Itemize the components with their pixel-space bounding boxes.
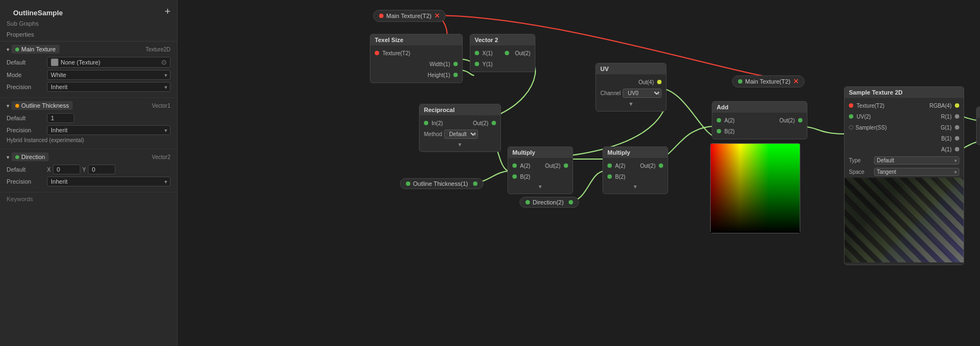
add-out-port[interactable] (798, 118, 802, 122)
uv-body: Out(4) Channel UV0 ▾ ▾ (596, 74, 666, 111)
mode-label: Mode (7, 72, 44, 78)
method-select[interactable]: Default (444, 130, 478, 139)
uv-out-label: Out(4) (600, 79, 654, 85)
mul2-out-label: Out(2) (636, 163, 656, 169)
main-texture-prop-label: Main Texture(T2) (386, 13, 432, 19)
main-texture-default-row: Default None (Texture) ⊙ (7, 57, 170, 68)
outline-thickness-chevron[interactable]: ▾ (7, 103, 9, 109)
sample-rgba-out[interactable] (955, 103, 959, 108)
texel-size-node: Texel Size Texture(T2) Width(1) Height(1… (370, 34, 463, 83)
mul1-out-port[interactable] (564, 163, 568, 168)
sample-uv-in[interactable] (849, 114, 853, 119)
close-icon[interactable]: ✕ (434, 12, 440, 20)
multiply1-body: A(2) Out(2) B(2) ▾ (508, 158, 572, 193)
sample-tex-in[interactable] (849, 103, 853, 108)
mul2-out-port[interactable] (659, 163, 663, 168)
space-select[interactable]: Tangent (874, 168, 959, 176)
texel-texture-label: Texture(T2) (382, 50, 458, 56)
output-node: Output RGBA(4) A(1) (976, 107, 980, 145)
outline-default-input[interactable] (47, 113, 74, 123)
uv-channel-select[interactable]: UV0 (623, 89, 662, 98)
sample-header: Sample Texture 2D (845, 87, 964, 98)
add-button[interactable]: + (164, 6, 170, 17)
mul2-chevron[interactable]: ▾ (603, 182, 668, 191)
sample-sampler-row: Sampler(SS) G(1) (845, 122, 964, 133)
recip-in-port[interactable] (424, 121, 428, 125)
clear-icon[interactable]: ⊙ (161, 58, 167, 66)
sample-a-label: A(1) (849, 146, 952, 153)
mode-select[interactable]: White (47, 70, 170, 80)
mul2-b-label: B(2) (615, 174, 663, 180)
mul2-b-in[interactable] (607, 174, 612, 179)
mode-dropdown-wrap[interactable]: White (47, 70, 170, 80)
texel-height-label: Height(1) (375, 72, 450, 78)
sample-sampler-in[interactable] (849, 125, 853, 130)
outline-thickness-prop-node[interactable]: Outline Thickness(1) (400, 178, 483, 189)
v2-x-in[interactable] (475, 51, 479, 55)
sample-b-out[interactable] (955, 136, 959, 140)
precision-select-texture[interactable]: Inherit (47, 82, 170, 92)
v2-y-in[interactable] (475, 62, 479, 66)
sample-texture-node: Sample Texture 2D Texture(T2) RGBA(4) UV… (844, 86, 964, 265)
direction-prop-node[interactable]: Direction(2) (519, 197, 579, 208)
texel-width-row: Width(1) (370, 58, 462, 69)
texel-texture-row: Texture(T2) (370, 48, 462, 58)
add-a-in[interactable] (717, 118, 721, 122)
direction-x-input[interactable] (53, 165, 80, 174)
texel-texture-in-port[interactable] (375, 51, 379, 55)
outline-thickness-tag[interactable]: Outline Thickness (11, 101, 73, 110)
sample-r-out[interactable] (955, 114, 959, 119)
method-select-wrap[interactable]: Default ▾ (444, 130, 478, 139)
multiply1-node: Multiply A(2) Out(2) B(2) ▾ (507, 146, 573, 194)
v2-out-label: Out(2) (511, 50, 530, 56)
type-select-wrap[interactable]: Default (874, 156, 959, 165)
outline-precision-select[interactable]: Inherit (47, 125, 170, 135)
main-texture-chevron[interactable]: ▾ (7, 46, 9, 52)
space-select-wrap[interactable]: Tangent (874, 168, 959, 176)
type-select[interactable]: Default (874, 156, 959, 165)
uv-label: UV (600, 66, 609, 72)
uv-channel-select-wrap[interactable]: UV0 ▾ (623, 89, 662, 98)
prop2-close[interactable]: ✕ (793, 78, 799, 85)
mul1-chevron[interactable]: ▾ (508, 182, 572, 191)
direction-tag[interactable]: Direction (11, 153, 49, 161)
graph-area[interactable]: Main Texture(T2) ✕ Texel Size Texture(T2… (178, 0, 980, 346)
default-value-box[interactable]: None (Texture) ⊙ (47, 57, 170, 68)
recip-out-port[interactable] (492, 121, 496, 125)
uv-out-port[interactable] (657, 80, 662, 84)
main-texture-tag[interactable]: Main Texture (11, 45, 60, 54)
sample-a-out[interactable] (955, 147, 959, 151)
dir-prop-out[interactable] (569, 200, 573, 204)
texel-width-out-port[interactable] (453, 62, 458, 66)
uv-node: UV Out(4) Channel UV0 ▾ ▾ (595, 63, 666, 112)
texel-height-out-port[interactable] (453, 73, 458, 77)
mul2-a-in[interactable] (607, 163, 612, 168)
direction-y-input[interactable] (88, 165, 115, 174)
precision-dropdown-wrap-texture[interactable]: Inherit (47, 82, 170, 92)
direction-type: Vector2 (152, 154, 170, 160)
direction-default-row: Default X Y (7, 165, 170, 174)
direction-chevron[interactable]: ▾ (7, 154, 9, 160)
type-row: Type Default (845, 155, 964, 166)
main-texture-prop-node-2[interactable]: Main Texture(T2) ✕ (732, 75, 805, 87)
mul1-a-in[interactable] (512, 163, 517, 168)
dir-prop-label: Direction(2) (533, 199, 564, 206)
outline-precision-wrap[interactable]: Inherit (47, 125, 170, 135)
sample-texture-preview (845, 178, 964, 262)
sample-g-label: G(1) (905, 125, 952, 131)
add-b-in[interactable] (717, 129, 721, 133)
reciprocal-chevron[interactable]: ▾ (420, 140, 500, 149)
main-texture-prop-node[interactable]: Main Texture(T2) ✕ (373, 10, 446, 22)
mul1-b-in[interactable] (512, 174, 517, 179)
outline-prop-out[interactable] (473, 181, 477, 186)
uv-chevron[interactable]: ▾ (596, 99, 666, 109)
sample-g-out[interactable] (955, 125, 959, 130)
direction-precision-select[interactable]: Inherit (47, 177, 170, 186)
v2-y-label: Y(1) (482, 61, 530, 67)
direction-precision-wrap[interactable]: Inherit (47, 177, 170, 186)
recip-in-label: In(2) (432, 120, 459, 126)
reciprocal-header: Reciprocal (420, 104, 500, 115)
mode-row: Mode White (7, 70, 170, 80)
v2-out[interactable] (505, 51, 509, 55)
uv-channel-row: Channel UV0 ▾ (596, 87, 666, 99)
